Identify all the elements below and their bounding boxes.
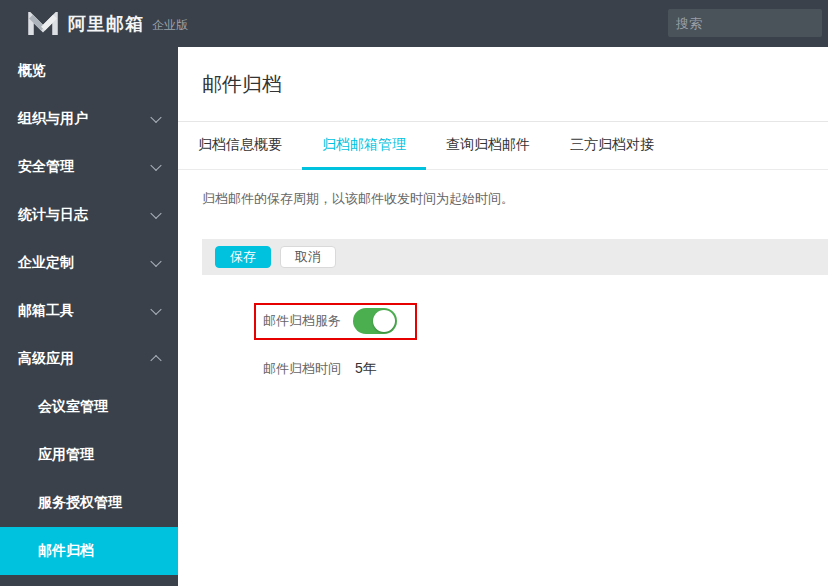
cancel-button[interactable]: 取消 (280, 246, 336, 268)
sidebar-item-label: 服务授权管理 (38, 494, 122, 512)
sidebar-item-label: 企业定制 (18, 254, 74, 272)
chevron-up-icon (150, 355, 161, 366)
sidebar-item-label: 概览 (18, 62, 46, 80)
tab-third-party-archive[interactable]: 三方归档对接 (550, 122, 674, 170)
sidebar-item-org-users[interactable]: 组织与用户 (0, 95, 178, 143)
search-box[interactable] (668, 9, 822, 37)
chevron-down-icon (150, 208, 161, 219)
save-button[interactable]: 保存 (215, 246, 271, 268)
sidebar-item-service-authorization[interactable]: 服务授权管理 (0, 479, 178, 527)
mail-archive-service-row: 邮件归档服务 (263, 308, 397, 334)
mail-archive-service-toggle[interactable] (353, 308, 397, 334)
brand: 阿里邮箱 企业版 (28, 12, 188, 36)
sidebar-item-mail-archive[interactable]: 邮件归档 (0, 527, 178, 575)
sidebar-item-label: 邮箱工具 (18, 302, 74, 320)
search-input[interactable] (668, 16, 828, 31)
sidebar: 概览 组织与用户 安全管理 统计与日志 企业定制 邮箱工具 高级应用 会议室管理… (0, 47, 178, 586)
tab-query-archived-mail[interactable]: 查询归档邮件 (426, 122, 550, 170)
chevron-down-icon (150, 304, 161, 315)
sidebar-item-meeting-room[interactable]: 会议室管理 (0, 383, 178, 431)
form-toolbar: 保存 取消 (202, 239, 828, 275)
tab-label: 归档信息概要 (198, 136, 282, 154)
mail-archive-time-row: 邮件归档时间 5年 (263, 360, 377, 378)
mail-archive-time-label: 邮件归档时间 (263, 360, 341, 378)
chevron-down-icon (150, 112, 161, 123)
sidebar-item-overview[interactable]: 概览 (0, 47, 178, 95)
sidebar-item-label: 组织与用户 (18, 110, 88, 128)
alimail-logo-icon (28, 12, 58, 36)
sidebar-item-stats-logs[interactable]: 统计与日志 (0, 191, 178, 239)
sidebar-item-label: 高级应用 (18, 350, 74, 368)
sidebar-item-label: 应用管理 (38, 446, 94, 464)
page-title: 邮件归档 (202, 72, 282, 96)
tab-archive-info-summary[interactable]: 归档信息概要 (178, 122, 302, 170)
sidebar-item-mail-tools[interactable]: 邮箱工具 (0, 287, 178, 335)
main-content: 邮件归档 归档信息概要 归档邮箱管理 查询归档邮件 三方归档对接 归档邮件的保存… (178, 47, 828, 586)
sidebar-item-advanced-apps[interactable]: 高级应用 (0, 335, 178, 383)
chevron-down-icon (150, 256, 161, 267)
topbar: 阿里邮箱 企业版 (0, 0, 828, 47)
mail-archive-service-label: 邮件归档服务 (263, 312, 341, 330)
sidebar-item-label: 安全管理 (18, 158, 74, 176)
toggle-knob (373, 310, 395, 332)
tab-archive-mailbox-management[interactable]: 归档邮箱管理 (302, 122, 426, 170)
sidebar-item-security[interactable]: 安全管理 (0, 143, 178, 191)
sidebar-item-label: 会议室管理 (38, 398, 108, 416)
mail-archive-time-value: 5年 (355, 360, 377, 378)
sidebar-item-app-management[interactable]: 应用管理 (0, 431, 178, 479)
chevron-down-icon (150, 160, 161, 171)
tab-label: 归档邮箱管理 (322, 136, 406, 154)
brand-edition-label: 企业版 (152, 17, 188, 34)
sidebar-item-enterprise-custom[interactable]: 企业定制 (0, 239, 178, 287)
brand-name: 阿里邮箱 (68, 12, 144, 36)
sidebar-item-label: 统计与日志 (18, 206, 88, 224)
sidebar-item-label: 邮件归档 (38, 542, 94, 560)
tab-label: 三方归档对接 (570, 136, 654, 154)
tab-bar: 归档信息概要 归档邮箱管理 查询归档邮件 三方归档对接 (178, 121, 828, 170)
tab-label: 查询归档邮件 (446, 136, 530, 154)
archive-period-description: 归档邮件的保存周期，以该邮件收发时间为起始时间。 (202, 190, 514, 208)
